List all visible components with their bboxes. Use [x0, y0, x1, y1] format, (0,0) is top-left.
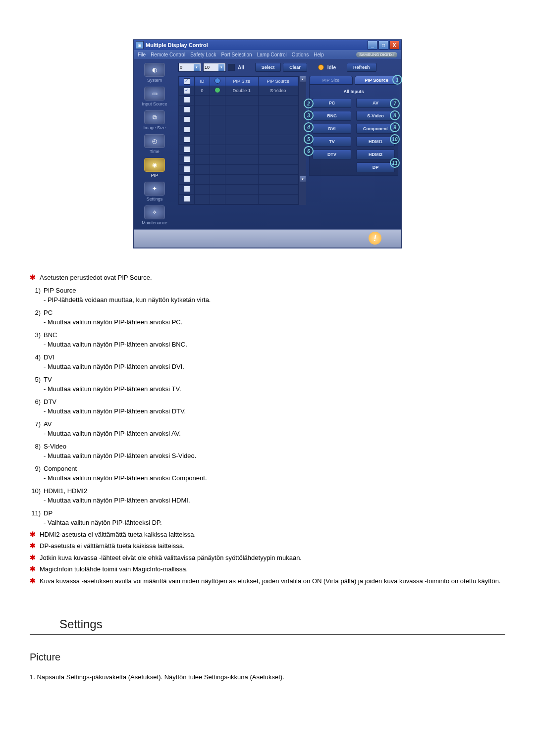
section-settings: Settings	[59, 615, 505, 633]
sidebar-label-maintenance: Maintenance	[142, 220, 167, 225]
chevron-down-icon: ▾	[218, 64, 224, 71]
toolbar: 0▾ 10▾ All Select Clear Idle Refresh	[178, 62, 398, 73]
input-hdmi2[interactable]: HDMI2	[356, 150, 395, 159]
star-icon: ✱	[30, 273, 36, 282]
doc-item: 8)S-Video- Muuttaa valitun näytön PIP-lä…	[30, 442, 505, 461]
doc-note: ✱DP-asetusta ei välttämättä tueta kaikis…	[30, 541, 505, 551]
scroll-up-icon[interactable]: ▴	[300, 76, 306, 82]
doc-item: 3)BNC- Muuttaa valitun näytön PIP-lähtee…	[30, 330, 505, 350]
grid-row-empty	[179, 165, 298, 175]
header-checkbox[interactable]	[184, 78, 190, 85]
col-pip-source: PIP Source	[258, 77, 298, 86]
star-icon: ✱	[30, 530, 36, 539]
all-label: All	[238, 65, 244, 70]
menu-safety-lock[interactable]: Safety Lock	[190, 52, 216, 57]
cell-id: 0	[195, 86, 210, 96]
doc-intro: ✱ Asetusten perustiedot ovat PIP Source.	[30, 273, 505, 283]
select-button[interactable]: Select	[255, 63, 281, 72]
sidebar-label-settings: Settings	[147, 197, 163, 202]
settings-icon: ✦	[144, 182, 165, 196]
grid-row-empty	[179, 195, 298, 204]
input-dtv[interactable]: DTV	[313, 150, 351, 159]
status-bar: !	[134, 229, 401, 248]
doc-note: ✱MagicInfoin tulolähde toimii vain Magic…	[30, 564, 505, 574]
callout-7: 7	[390, 99, 400, 108]
doc-item: 10)HDMI1, HDMI2- Muuttaa valitun näytön …	[30, 486, 505, 505]
input-component[interactable]: Component	[356, 124, 395, 134]
pip-icon: ◉	[144, 158, 165, 172]
cell-pip-size: Double 1	[225, 86, 259, 96]
grid-row[interactable]: 0 Double 1 S-Video	[179, 86, 298, 96]
callout-6: 6	[304, 146, 314, 156]
doc-item: 7)AV- Muuttaa valitun näytön PIP-lähteen…	[30, 419, 505, 439]
sidebar-label-image-size: Image Size	[143, 125, 165, 130]
grid-header-row: ID PIP Size PIP Source	[179, 77, 298, 86]
range-from-select[interactable]: 0▾	[178, 63, 201, 72]
doc-body: ✱ Asetusten perustiedot ovat PIP Source.…	[30, 273, 505, 682]
callout-3: 3	[304, 110, 314, 120]
sidebar-item-maintenance[interactable]: ✧Maintenance	[135, 203, 174, 227]
sidebar-item-input-source[interactable]: ▭Input Source	[135, 85, 174, 108]
window-title: Multiple Display Control	[146, 42, 368, 48]
sidebar-item-settings[interactable]: ✦Settings	[135, 180, 174, 203]
callout-9: 9	[390, 122, 400, 132]
tab-pip-size[interactable]: PIP Size	[309, 76, 353, 85]
close-button[interactable]: X	[389, 41, 399, 50]
menu-port-selection[interactable]: Port Selection	[221, 52, 252, 57]
input-tv[interactable]: TV	[313, 137, 351, 147]
sidebar-label-system: System	[147, 78, 162, 83]
doc-note: ✱Kuva kuvassa -asetuksen avulla voi määr…	[30, 576, 505, 586]
star-icon: ✱	[30, 541, 36, 550]
refresh-button[interactable]: Refresh	[347, 63, 376, 72]
menu-file[interactable]: File	[138, 52, 146, 57]
time-icon: ◴	[144, 134, 165, 148]
image-size-icon: ⧉	[144, 110, 165, 124]
row-checkbox[interactable]	[184, 88, 190, 94]
sidebar-item-image-size[interactable]: ⧉Image Size	[135, 108, 174, 132]
doc-item: 5)TV- Muuttaa valitun näytön PIP-lähteen…	[30, 375, 505, 394]
idle-radio[interactable]	[318, 64, 324, 70]
status-icon	[214, 87, 220, 93]
col-id: ID	[195, 77, 210, 86]
input-pc[interactable]: PC	[313, 98, 351, 108]
maximize-button[interactable]: □	[378, 41, 388, 50]
tab-pip-source[interactable]: PIP Source	[355, 76, 398, 85]
doc-item: 11)DP- Vaihtaa valitun näytön PIP-lähtee…	[30, 508, 505, 528]
grid-row-empty	[179, 155, 298, 165]
input-av[interactable]: AV	[356, 98, 395, 108]
input-svideo[interactable]: S-Video	[356, 111, 395, 121]
sidebar-item-time[interactable]: ◴Time	[135, 132, 174, 156]
callout-10: 10	[390, 134, 400, 144]
app-icon: ▣	[136, 41, 144, 49]
input-source-icon: ▭	[144, 87, 165, 101]
sidebar-item-pip[interactable]: ◉PIP	[135, 156, 174, 180]
star-icon: ✱	[30, 553, 36, 562]
minimize-button[interactable]: _	[368, 41, 377, 50]
menu-help[interactable]: Help	[314, 52, 324, 57]
titlebar: ▣ Multiple Display Control _ □ X	[134, 40, 401, 50]
grid-row-empty	[179, 135, 298, 145]
menu-remote-control[interactable]: Remote Control	[151, 52, 185, 57]
callout-8: 8	[390, 110, 400, 120]
star-icon: ✱	[30, 576, 36, 585]
input-dvi[interactable]: DVI	[313, 124, 351, 134]
input-dp[interactable]: DP	[356, 162, 395, 172]
maintenance-icon: ✧	[144, 205, 165, 219]
input-hdmi1[interactable]: HDMI1	[356, 137, 395, 147]
grid-row-empty	[179, 105, 298, 115]
range-to-select[interactable]: 10▾	[203, 63, 226, 72]
all-checkbox[interactable]	[228, 64, 235, 71]
callout-2: 2	[304, 99, 314, 108]
scroll-down-icon[interactable]: ▾	[300, 176, 306, 182]
doc-item: 6)DTV- Muuttaa valitun näytön PIP-lähtee…	[30, 397, 505, 416]
grid-row-empty	[179, 185, 298, 195]
clear-button[interactable]: Clear	[283, 63, 307, 72]
menu-options[interactable]: Options	[292, 52, 309, 57]
input-bnc[interactable]: BNC	[313, 111, 351, 121]
menu-lamp-control[interactable]: Lamp Control	[257, 52, 287, 57]
grid-row-empty	[179, 145, 298, 155]
subsection-picture: Picture	[30, 650, 505, 664]
sub-item: 1. Napsauta Settings-päkuvaketta (Asetuk…	[30, 672, 505, 682]
sidebar-item-system[interactable]: ◐System	[135, 61, 174, 85]
sidebar-label-input-source: Input Source	[142, 101, 167, 106]
